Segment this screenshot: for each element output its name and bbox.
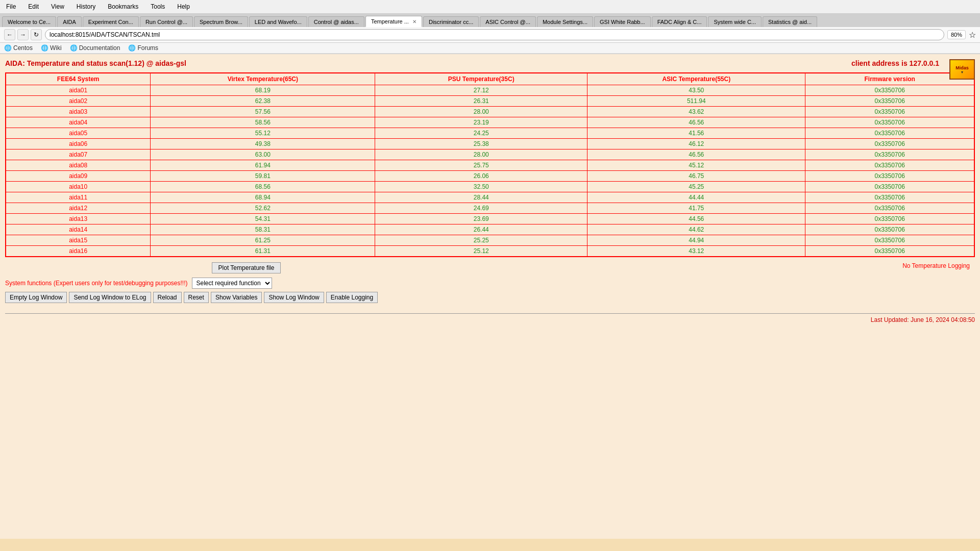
tab-asic-control[interactable]: ASIC Control @...	[480, 16, 536, 27]
enable-logging-button[interactable]: Enable Logging	[326, 292, 378, 303]
page-content: Midas ▼ AIDA: Temperature and status sca…	[0, 54, 980, 539]
table-row: aida1661.3125.1243.120x3350706	[6, 246, 974, 257]
midas-logo-text: Midas	[955, 65, 969, 70]
cell-value: 44.62	[587, 224, 805, 235]
table-row: aida0458.5623.1946.560x3350706	[6, 117, 974, 128]
reload-page-button[interactable]: Reload	[153, 292, 182, 303]
cell-value: 24.25	[375, 128, 587, 139]
cell-value: 54.31	[151, 214, 375, 224]
cell-value: 43.50	[587, 85, 805, 96]
tab-welcome[interactable]: Welcome to Ce...	[2, 16, 56, 27]
bookmark-wiki[interactable]: 🌐 Wiki	[41, 44, 62, 52]
show-variables-button[interactable]: Show Variables	[211, 292, 262, 303]
cell-system-name: aida03	[6, 107, 151, 117]
cell-value: 0x3350706	[805, 149, 974, 160]
bookmark-forums[interactable]: 🌐 Forums	[128, 44, 158, 52]
bookmark-documentation[interactable]: 🌐 Documentation	[70, 44, 120, 52]
cell-value: 63.00	[151, 149, 375, 160]
send-log-button[interactable]: Send Log Window to ELog	[69, 292, 151, 303]
cell-value: 55.12	[151, 128, 375, 139]
cell-value: 44.44	[587, 192, 805, 203]
reset-button[interactable]: Reset	[184, 292, 209, 303]
logging-area: Plot Temperature file No Temperature Log…	[5, 262, 975, 278]
menu-history[interactable]: History	[75, 2, 97, 11]
tab-led[interactable]: LED and Wavefo...	[249, 16, 307, 27]
globe-icon-3: 🌐	[70, 44, 78, 52]
cell-value: 25.38	[375, 139, 587, 149]
cell-value: 25.75	[375, 160, 587, 171]
show-log-button[interactable]: Show Log Window	[264, 292, 324, 303]
menu-view[interactable]: View	[49, 2, 66, 11]
bookmark-star-icon[interactable]: ☆	[969, 30, 976, 40]
tab-system-wide[interactable]: System wide C...	[708, 16, 762, 27]
tab-control[interactable]: Control @ aidas...	[308, 16, 364, 27]
tab-aida[interactable]: AIDA	[57, 16, 82, 27]
table-row: aida0763.0028.0046.560x3350706	[6, 149, 974, 160]
cell-value: 58.56	[151, 117, 375, 128]
tab-experiment[interactable]: Experiment Con...	[83, 16, 139, 27]
empty-log-button[interactable]: Empty Log Window	[5, 292, 67, 303]
tab-spectrum[interactable]: Spectrum Brow...	[194, 16, 248, 27]
cell-value: 0x3350706	[805, 107, 974, 117]
cell-value: 58.31	[151, 224, 375, 235]
tab-run-control[interactable]: Run Control @...	[140, 16, 193, 27]
table-row: aida0262.3826.31511.940x3350706	[6, 96, 974, 107]
menu-file[interactable]: File	[4, 2, 18, 11]
cell-system-name: aida04	[6, 117, 151, 128]
cell-value: 61.94	[151, 160, 375, 171]
forward-button[interactable]: →	[17, 29, 29, 40]
cell-value: 24.69	[375, 203, 587, 214]
last-updated-text: Last Updated: June 16, 2024 04:08:50	[871, 316, 975, 323]
menu-edit[interactable]: Edit	[26, 2, 41, 11]
cell-value: 26.44	[375, 224, 587, 235]
menu-tools[interactable]: Tools	[149, 2, 167, 11]
plot-btn-row: Plot Temperature file	[5, 262, 487, 273]
reload-button[interactable]: ↻	[31, 29, 42, 40]
tab-discriminator[interactable]: Discriminator cc...	[423, 16, 479, 27]
tab-temperature[interactable]: Temperature ... ✕	[365, 16, 422, 27]
menu-help[interactable]: Help	[175, 2, 192, 11]
cell-value: 61.25	[151, 235, 375, 246]
cell-value: 0x3350706	[805, 224, 974, 235]
bookmark-centos[interactable]: 🌐 Centos	[4, 44, 33, 52]
cell-value: 511.94	[587, 96, 805, 107]
close-tab-icon[interactable]: ✕	[412, 19, 416, 24]
cell-system-name: aida14	[6, 224, 151, 235]
col-header-asic: ASIC Temperature(55C)	[587, 73, 805, 85]
tab-fadc[interactable]: FADC Align & C...	[652, 16, 707, 27]
cell-value: 0x3350706	[805, 246, 974, 257]
cell-system-name: aida07	[6, 149, 151, 160]
tab-module-settings[interactable]: Module Settings...	[537, 16, 593, 27]
page-title-row: AIDA: Temperature and status scan(1.12) …	[5, 59, 975, 67]
table-row: aida0959.8126.0646.750x3350706	[6, 171, 974, 182]
table-row: aida0555.1224.2541.560x3350706	[6, 128, 974, 139]
tab-gsi[interactable]: GSI White Rabb...	[594, 16, 651, 27]
cell-system-name: aida13	[6, 214, 151, 224]
temperature-table: FEE64 System Virtex Temperature(65C) PSU…	[5, 72, 975, 257]
zoom-level: 80%	[947, 30, 966, 39]
menu-bookmarks[interactable]: Bookmarks	[106, 2, 140, 11]
cell-system-name: aida02	[6, 96, 151, 107]
back-button[interactable]: ←	[4, 29, 15, 40]
address-bar: ← → ↻ 80% ☆	[0, 27, 980, 43]
url-input[interactable]	[45, 29, 944, 40]
cell-value: 68.56	[151, 182, 375, 192]
cell-value: 0x3350706	[805, 85, 974, 96]
col-header-system: FEE64 System	[6, 73, 151, 85]
cell-value: 41.75	[587, 203, 805, 214]
cell-value: 26.06	[375, 171, 587, 182]
cell-system-name: aida16	[6, 246, 151, 257]
cell-value: 62.38	[151, 96, 375, 107]
plot-temperature-button[interactable]: Plot Temperature file	[212, 262, 281, 273]
cell-value: 43.12	[587, 246, 805, 257]
cell-value: 0x3350706	[805, 182, 974, 192]
cell-value: 59.81	[151, 171, 375, 182]
menu-bar: File Edit View History Bookmarks Tools H…	[0, 0, 980, 14]
cell-value: 41.56	[587, 128, 805, 139]
globe-icon-4: 🌐	[128, 44, 136, 52]
tab-statistics[interactable]: Statistics @ aid...	[763, 16, 817, 27]
cell-value: 49.38	[151, 139, 375, 149]
col-header-psu: PSU Temperature(35C)	[375, 73, 587, 85]
function-select[interactable]: Select required function	[192, 278, 272, 289]
cell-value: 25.25	[375, 235, 587, 246]
